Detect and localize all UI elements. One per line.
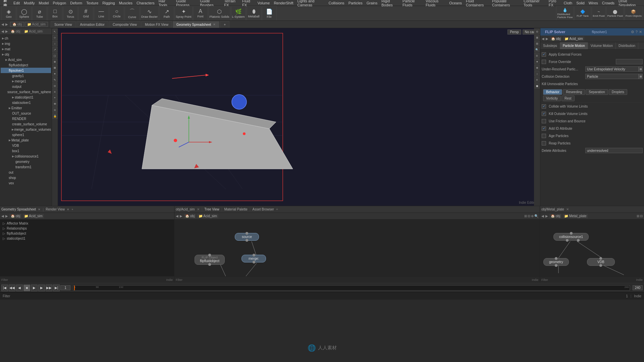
menu-edit[interactable]: Edit — [11, 1, 22, 5]
menu-container-tools[interactable]: Container Tools — [522, 0, 547, 7]
tree-item-shop[interactable]: shop — [1, 175, 51, 180]
field-delete-attributes[interactable]: underresolved — [585, 148, 643, 153]
menu-modify[interactable]: Modify — [22, 1, 37, 5]
menu-crowds[interactable]: Crowds — [600, 1, 616, 5]
timeline-btn-prev[interactable]: ◀ — [16, 285, 23, 291]
geo-home[interactable]: 🏠 obj — [9, 214, 21, 218]
toolbar-icon-15[interactable]: 🔒 — [52, 113, 58, 119]
cb-force-override[interactable] — [542, 60, 546, 64]
toolbar-icon-10[interactable]: ⊙ — [52, 83, 58, 88]
toolbar-icon-13[interactable]: 👁 — [52, 101, 58, 107]
file-button[interactable]: 📄File — [262, 6, 277, 21]
tree-item-emitter[interactable]: ▶Emitter — [1, 105, 51, 111]
menu-texture[interactable]: Texture — [84, 1, 100, 5]
tree-item-acid-sim[interactable]: ▶Acid_sim — [1, 57, 51, 62]
cb-add-id-attribute[interactable]: ✓ — [542, 126, 546, 131]
geo-add-btn[interactable]: + — [71, 208, 73, 211]
status-filter[interactable]: Filter — [3, 294, 10, 298]
under-resolved-btn[interactable]: ⊞ — [639, 66, 643, 72]
menu-lights[interactable]: Lights and Cameras — [296, 0, 327, 7]
menu-solid[interactable]: Solid — [574, 1, 586, 5]
menu-particles[interactable]: Particles — [346, 1, 365, 5]
rng-nav-forward[interactable]: ▶ — [545, 214, 548, 218]
grid-button[interactable]: #Grid — [78, 6, 93, 21]
rng-collisionsource1[interactable]: collisionsource1 — [553, 233, 589, 241]
node-flipfluidobject[interactable]: FLIP Object flipfluidobject — [195, 255, 225, 265]
platonic-button[interactable]: ⬡Platonic Solids — [209, 6, 230, 21]
rng-tool-2[interactable]: ⊟ — [640, 214, 643, 218]
vp-icon-6[interactable]: ✦ — [534, 59, 540, 64]
vp-icon-10[interactable]: ◼ — [534, 83, 540, 88]
perspective-button[interactable]: Persp — [507, 29, 521, 35]
node-source[interactable]: source — [235, 233, 259, 241]
tree-item-box1[interactable]: box1 — [1, 148, 51, 154]
tab-composite-view[interactable]: Composite View — [109, 21, 141, 28]
nav-back[interactable]: ◀ — [1, 22, 4, 26]
node-tool-3[interactable]: ⊕ — [531, 214, 534, 218]
geo-nav-back[interactable]: ◀ — [1, 214, 4, 218]
toolbar-icon-5[interactable]: ◻ — [52, 53, 58, 58]
tree-item-out-source[interactable]: OUT_source — [1, 111, 51, 116]
tree-item-mat[interactable]: ▶mat — [1, 46, 51, 52]
tree-item-vdb[interactable]: VDB — [1, 143, 51, 148]
geo-filter[interactable]: Filter — [1, 278, 8, 282]
tree-item-render[interactable]: RENDER — [1, 116, 51, 121]
menu-rigging[interactable]: Rigging — [100, 1, 117, 5]
timeline-btn-end[interactable]: ▶| — [53, 285, 60, 291]
menu-characters[interactable]: Characters — [135, 1, 157, 5]
timeline-btn-next[interactable]: ▶ — [38, 285, 45, 291]
rp-nav-forward[interactable]: ▶ — [546, 37, 548, 41]
spraypoint-button[interactable]: ✦Spray Point — [175, 6, 193, 21]
tree-item-vex[interactable]: vex — [1, 180, 51, 186]
rng-canvas[interactable]: collisionsource1 geometry VDB Null geome… — [540, 220, 644, 276]
field-collision-detection[interactable]: Particle — [585, 74, 639, 79]
metaball-button[interactable]: ⬮Metaball — [247, 6, 261, 21]
rp-nav-back[interactable]: ◀ — [542, 37, 544, 41]
tab-particle-motion[interactable]: Particle Motion — [560, 42, 588, 49]
node-material-tab[interactable]: Material Palette — [224, 207, 247, 211]
timeline-end-frame[interactable]: 240 — [633, 285, 643, 290]
node-filter[interactable]: Filter — [176, 278, 182, 282]
rng-nav-back[interactable]: ◀ — [541, 214, 544, 218]
tree-item-sphere1[interactable]: sphere1 — [1, 132, 51, 137]
timeline-btn-play[interactable]: ▶ — [31, 285, 38, 291]
tab-volume-motion[interactable]: Volume Motion — [588, 42, 616, 49]
cb-age-particles[interactable] — [542, 134, 546, 138]
tree-item-out[interactable]: out — [1, 170, 51, 175]
font-button[interactable]: AFont — [193, 6, 208, 21]
menu-rendershift[interactable]: RenderShift — [272, 1, 295, 5]
geo-staticobject[interactable]: ▷staticobject1 — [1, 236, 173, 241]
geo-spread-close[interactable]: ✕ — [38, 208, 41, 211]
tab-close-geometry[interactable]: ✕ — [213, 23, 216, 26]
node-tab-close[interactable]: ✕ — [197, 207, 200, 211]
menu-particle-fluids[interactable]: Particle Fluids — [400, 0, 424, 7]
node-tool-1[interactable]: ⊞ — [524, 214, 527, 218]
tree-item-img[interactable]: ▶img — [1, 41, 51, 46]
behavior-tab-separation[interactable]: Separation — [586, 89, 608, 95]
nav-forward[interactable]: ▶ — [5, 22, 8, 26]
behavior-tab-vorticity[interactable]: Vorticity — [543, 96, 561, 101]
tree-item-metal-plate[interactable]: ▶Metal_plate — [1, 137, 51, 143]
geo-relationships[interactable]: ▷Relationships — [1, 226, 173, 231]
vp-icon-3[interactable]: ⊟ — [534, 41, 540, 46]
vp-icon-4[interactable]: 🔍 — [534, 47, 540, 52]
behavior-tab-behavior[interactable]: Behavior — [543, 89, 562, 95]
geo-button[interactable]: ◈Geo — [1, 6, 16, 21]
tree-item-output[interactable]: output — [1, 84, 51, 89]
toolbar-icon-12[interactable]: ⌖ — [52, 95, 58, 101]
tab-animation-editor[interactable]: Animation Editor — [76, 21, 108, 28]
l-system-button[interactable]: 🌿L-System — [231, 6, 246, 21]
timeline-btn-next-key[interactable]: ▶▶ — [46, 285, 52, 291]
node-nav-back[interactable]: ◀ — [176, 214, 178, 218]
line-button[interactable]: —Line — [94, 6, 109, 21]
cb-collide-volume[interactable]: ✓ — [542, 104, 546, 109]
timeline-frame-num[interactable]: 1 — [60, 285, 70, 290]
toolbar-icon-14[interactable]: ⛭ — [52, 107, 58, 113]
tree-item-flipfluidobject[interactable]: flipfluidobject — [1, 62, 51, 68]
rng-vdb[interactable]: VDB — [587, 258, 615, 266]
tree-item-collisionsource1[interactable]: ▶collisionsource1 — [1, 154, 51, 159]
solver-icon-1[interactable]: ⚙ — [631, 30, 634, 34]
tree-item-transform1[interactable]: transform1 — [1, 164, 51, 170]
node-tab-add[interactable]: + — [276, 207, 278, 211]
toolbar-icon-3[interactable]: ↕ — [52, 41, 58, 46]
